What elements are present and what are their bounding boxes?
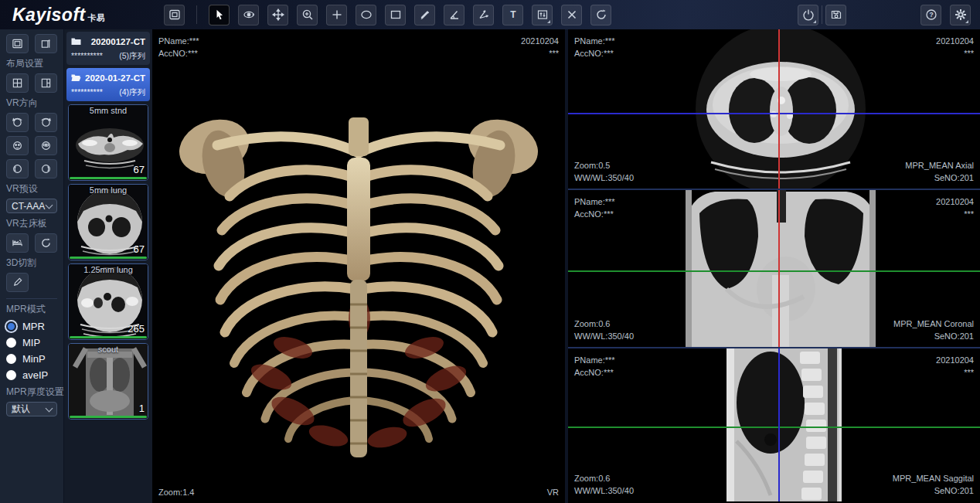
vr-ribcage-image [177, 87, 540, 477]
mpr-mode-option-mip[interactable]: MIP [6, 337, 57, 348]
reset-icon [40, 237, 52, 249]
cursor-icon [213, 8, 226, 21]
vr-preset-value: CT-AAA [12, 201, 45, 212]
vr-left-view-button[interactable] [6, 159, 29, 178]
series-thumbnail-125mm-lung[interactable]: 1.25mm lung 265 [68, 263, 148, 340]
thumbnail-progress-bar [70, 416, 147, 418]
radio-icon [6, 338, 16, 348]
coronal-crosshair-horizontal[interactable] [568, 270, 980, 272]
coronal-crosshair-vertical[interactable] [778, 190, 780, 347]
vr-direction-label: VR方向 [6, 97, 57, 110]
vr-front-view-button[interactable] [6, 136, 29, 155]
axial-crosshair-horizontal[interactable] [568, 113, 980, 114]
coronal-study-date: 20210204*** [936, 195, 974, 220]
grid-2x2-icon [12, 77, 23, 89]
vr-viewport[interactable]: PName:***AccNO:*** 20210204*** Zoom:1.4 … [152, 29, 565, 503]
axial-study-date: 20210204*** [936, 35, 974, 59]
thumbnail-label: 5mm lung [69, 185, 148, 195]
coronal-type-label: MPR_MEAN CoronalSeNO:201 [893, 318, 974, 342]
study-patient-masked: ********** [71, 87, 103, 98]
cobb-angle-button[interactable] [473, 5, 494, 25]
power-button[interactable] [798, 5, 818, 25]
sagittal-crosshair-vertical[interactable] [778, 348, 780, 501]
sagittal-type-label: MPR_MEAN SaggitalSeNO:201 [893, 472, 974, 497]
mpr-mode-option-aveip[interactable]: aveIP [6, 369, 57, 381]
layout-2d-button[interactable] [164, 5, 185, 25]
measure-line-button[interactable] [414, 5, 435, 25]
study-item-1[interactable]: 20200127-CT ********** (5)序列 [66, 32, 150, 65]
vr-preset-label: VR预设 [6, 182, 57, 195]
mpr-mode-option-minp[interactable]: MinP [6, 353, 57, 365]
vr-back-view-icon [40, 140, 52, 151]
pan-tool-button[interactable] [267, 5, 288, 25]
grid-layout-button[interactable] [6, 73, 29, 93]
mpr-thickness-select[interactable]: 默认 [6, 402, 57, 416]
study-title: 20200127-CT [91, 37, 145, 46]
study-series-count: (4)序列 [119, 87, 145, 98]
help-button[interactable]: ? [920, 5, 941, 25]
zoom-tool-button[interactable] [297, 5, 318, 25]
sagittal-crosshair-horizontal[interactable] [568, 427, 980, 428]
top-toolbar: Kayisoft 卡易 [0, 0, 980, 29]
study-item-2-selected[interactable]: 2020-01-27-CT ********** (4)序列 [66, 68, 150, 101]
ellipse-roi-button[interactable] [356, 5, 376, 25]
study-title: 2020-01-27-CT [85, 73, 145, 83]
save-button[interactable] [825, 5, 846, 25]
series-thumbnail-scout[interactable]: scout 1 [68, 343, 148, 420]
save-icon [830, 8, 842, 21]
reset-button[interactable] [590, 5, 611, 25]
tool-group: T [164, 5, 611, 25]
reset-icon [595, 8, 607, 21]
chevron-down-icon [46, 404, 53, 412]
scalpel-button[interactable] [6, 273, 29, 292]
toolbar-separator [822, 5, 822, 24]
thumbnail-image [69, 344, 148, 420]
radio-selected-icon [6, 321, 16, 331]
vr-right-view-button[interactable] [35, 159, 57, 178]
angle-tool-button[interactable] [444, 5, 464, 25]
axial-crosshair-vertical[interactable] [778, 29, 780, 189]
vr-rotate-right-button[interactable] [35, 113, 57, 132]
sagittal-viewport[interactable]: PName:***AccNO:*** 20210204*** Zoom:0.6W… [568, 347, 980, 501]
vr-study-date: 20210204*** [521, 35, 559, 59]
series-thumbnail-5mm-stnd[interactable]: 5mm stnd 67 [68, 104, 148, 181]
sidebar-divider [6, 298, 57, 299]
text-annotation-button[interactable]: T [502, 5, 523, 25]
delete-annotation-button[interactable] [561, 5, 582, 25]
axial-viewport[interactable]: PName:***AccNO:*** 20210204*** Zoom:0.5W… [568, 29, 980, 189]
vr-preset-select[interactable]: CT-AAA [6, 199, 57, 213]
cursor-tool-button[interactable] [209, 5, 230, 25]
remove-bed-button[interactable] [6, 233, 29, 253]
split-layout-button[interactable] [35, 73, 57, 93]
rect-roi-button[interactable] [385, 5, 406, 25]
vr-rotate-left-button[interactable] [6, 113, 29, 132]
screen-layout-button[interactable] [6, 34, 29, 53]
thumbnail-label: 5mm stnd [69, 106, 148, 115]
cobb-angle-icon [478, 8, 490, 21]
vr-rotate-right-icon [40, 117, 52, 128]
vr-type-label: VR [547, 486, 559, 498]
rotate-3d-icon [243, 8, 255, 21]
monitor-layout-icon [12, 38, 23, 49]
crosshair-tool-button[interactable] [326, 5, 347, 25]
panel-layout-button[interactable] [35, 34, 57, 53]
vr-zoom-readout: Zoom:1.4 [158, 486, 194, 498]
axial-zoom-readout: Zoom:0.5WW/WL:350/40 [574, 159, 634, 184]
window-level-icon [536, 8, 549, 21]
sagittal-study-date: 20210204*** [936, 354, 974, 379]
series-thumbnail-5mm-lung[interactable]: 5mm lung 67 [68, 184, 148, 260]
chevron-down-icon [46, 201, 53, 209]
mpr-thickness-value: 默认 [12, 403, 30, 416]
mpr-mode-option-mpr[interactable]: MPR [6, 321, 57, 332]
rotate-3d-button[interactable] [238, 5, 259, 25]
window-level-button[interactable] [532, 5, 553, 25]
coronal-viewport[interactable]: PName:***AccNO:*** 20210204*** Zoom:0.6W… [568, 189, 980, 347]
vr-render [152, 29, 565, 503]
settings-button[interactable] [950, 5, 971, 25]
vr-back-view-button[interactable] [35, 136, 57, 155]
toolbar-separator [196, 5, 197, 24]
vr-right-view-icon [40, 163, 52, 175]
vr-front-view-icon [12, 140, 23, 151]
bed-reset-button[interactable] [35, 233, 57, 253]
radio-label: MinP [22, 353, 46, 365]
